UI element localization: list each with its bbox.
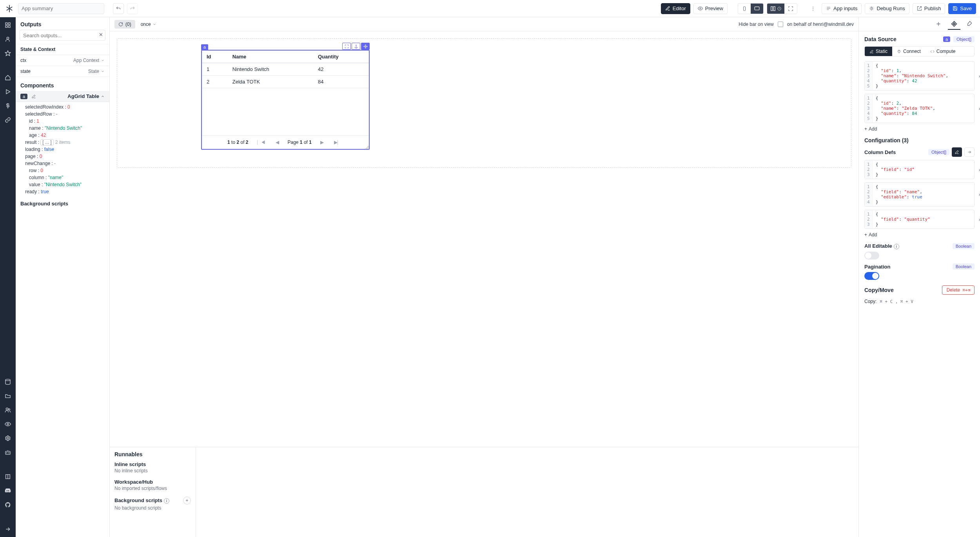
all-editable-toggle[interactable]: [864, 252, 879, 259]
rail-eye-icon[interactable]: [3, 419, 13, 429]
state-row[interactable]: state State: [16, 66, 109, 77]
app-inputs-button[interactable]: App inputs: [822, 3, 862, 14]
clear-search-icon[interactable]: ✕: [99, 32, 103, 38]
ds-item-1[interactable]: 12345 { "id": 1, "name": "Nintendo Switc…: [864, 61, 975, 91]
col-quantity[interactable]: Quantity: [313, 51, 369, 63]
edit-component-icon[interactable]: [31, 94, 36, 99]
component-item[interactable]: a AgGrid Table: [16, 91, 109, 102]
delete-coldef-icon[interactable]: ✕: [978, 217, 980, 222]
rail-discord-icon[interactable]: [3, 486, 13, 495]
inspector-panel: Data Source a Object[] Static Connect: [858, 17, 980, 537]
rail-github-icon[interactable]: [3, 500, 13, 510]
aggrid-widget[interactable]: a Id Name Quantity: [201, 50, 370, 150]
rail-dashboard-icon[interactable]: [3, 20, 13, 30]
widget-tag: a: [201, 44, 208, 50]
undo-button[interactable]: [113, 3, 124, 14]
tab-style[interactable]: [964, 19, 976, 30]
add-bg-script-button[interactable]: +: [183, 497, 191, 504]
app-title-input[interactable]: [18, 3, 104, 14]
debug-runs-button[interactable]: Debug Runs: [865, 3, 909, 14]
coldef-quantity[interactable]: 123 { "field": "quantity"} ✕: [864, 210, 975, 229]
pager-next[interactable]: ▶: [319, 140, 325, 145]
publish-button[interactable]: Publish: [913, 3, 946, 14]
publish-label: Publish: [924, 5, 941, 11]
search-outputs-input[interactable]: [20, 30, 105, 41]
tab-add[interactable]: [932, 19, 945, 30]
tab-component[interactable]: [948, 19, 960, 30]
delete-component-button[interactable]: Delete ⌘+⌫: [942, 285, 975, 295]
rail-database-icon[interactable]: [3, 377, 13, 386]
info-icon[interactable]: i: [894, 244, 899, 249]
rail-star-icon[interactable]: [3, 49, 13, 58]
delete-item-icon[interactable]: ✕: [978, 106, 980, 111]
windmill-logo: [4, 3, 15, 14]
pager-first[interactable]: ⎸◀: [256, 140, 267, 145]
static-mode[interactable]: Static: [865, 47, 892, 56]
widget-anchor-handle[interactable]: [352, 43, 360, 50]
rail-home-icon[interactable]: [3, 73, 13, 82]
ds-item-2[interactable]: 12345 { "id": 2, "name": "Zelda TOTK", "…: [864, 94, 975, 123]
mobile-viewport[interactable]: [738, 4, 751, 14]
coldef-id[interactable]: 123 { "field": "id"} ✕: [864, 160, 975, 179]
svg-rect-22: [5, 451, 10, 454]
layout-columns[interactable]: [767, 4, 784, 14]
rail-settings-icon[interactable]: [3, 434, 13, 443]
paste-kbd: ⌘ + V: [900, 299, 913, 304]
hide-bar-checkbox[interactable]: [778, 22, 783, 27]
refresh-icon: [118, 22, 123, 27]
pager-prev[interactable]: ◀: [274, 140, 281, 145]
bg-scripts-empty: No background scripts: [114, 505, 191, 511]
copy-label: Copy:: [864, 299, 877, 304]
once-dropdown[interactable]: once: [138, 20, 159, 29]
widget-move-handle[interactable]: [361, 43, 370, 50]
refresh-pill[interactable]: (0): [114, 20, 135, 29]
coldef-name[interactable]: 1234 { "field": "name", "editable": true…: [864, 182, 975, 207]
rail-user-icon[interactable]: [3, 34, 13, 44]
info-icon[interactable]: i: [164, 498, 169, 504]
state-context-header[interactable]: State & Context: [16, 44, 109, 55]
save-button[interactable]: Save: [948, 3, 976, 14]
add-coldef[interactable]: + Add: [864, 232, 975, 238]
delete-coldef-icon[interactable]: ✕: [978, 167, 980, 172]
rail-play-icon[interactable]: [3, 87, 13, 96]
rail-dollar-icon[interactable]: [3, 101, 13, 111]
rail-folder-icon[interactable]: [3, 391, 13, 401]
debug-runs-label: Debug Runs: [877, 5, 905, 11]
col-id[interactable]: Id: [202, 51, 228, 63]
edit-coldefs-icon[interactable]: [952, 147, 962, 157]
next-coldefs-icon[interactable]: [964, 147, 975, 157]
table-pager: 1 to 2 of 2 ⎸◀ ◀ Page 1 of 1 ▶ ▶⎸: [202, 135, 369, 149]
more-menu[interactable]: [808, 3, 818, 14]
connect-mode[interactable]: Connect: [892, 47, 926, 56]
pager-last[interactable]: ▶⎸: [332, 140, 343, 145]
pagination-toggle[interactable]: [864, 272, 879, 280]
compute-mode[interactable]: Compute: [926, 47, 960, 56]
preview-label: Preview: [705, 5, 723, 11]
canvas[interactable]: a Id Name Quantity: [110, 31, 858, 447]
canvas-dropzone[interactable]: a Id Name Quantity: [117, 38, 851, 168]
rail-bot-icon[interactable]: [3, 448, 13, 457]
layout-fullscreen[interactable]: [784, 4, 797, 14]
editor-tab[interactable]: Editor: [661, 3, 690, 14]
resize-handle[interactable]: [365, 145, 369, 149]
table-row[interactable]: 2 Zelda TOTK 84: [202, 76, 369, 88]
add-ds-item[interactable]: + Add: [864, 126, 975, 132]
redo-button[interactable]: [127, 3, 138, 14]
table-row[interactable]: 1 Nintendo Switch 42: [202, 63, 369, 76]
ctx-row[interactable]: ctx App Context: [16, 55, 109, 66]
delete-item-icon[interactable]: ✕: [978, 73, 980, 78]
svg-point-20: [7, 423, 9, 425]
svg-point-24: [9, 453, 9, 453]
save-label: Save: [960, 5, 972, 11]
rail-expand-icon[interactable]: [3, 524, 13, 534]
desktop-viewport[interactable]: [751, 4, 763, 14]
delete-coldef-icon[interactable]: ✕: [978, 192, 980, 197]
widget-expand-handle[interactable]: [342, 43, 351, 50]
col-name[interactable]: Name: [228, 51, 313, 63]
rail-link-icon[interactable]: [3, 115, 13, 125]
preview-tab[interactable]: Preview: [693, 3, 728, 14]
rail-book-icon[interactable]: [3, 472, 13, 481]
runnables-title: Runnables: [114, 451, 191, 457]
rail-users-icon[interactable]: [3, 405, 13, 415]
runnables-panel: Runnables Inline scripts No inline scrip…: [110, 447, 858, 537]
